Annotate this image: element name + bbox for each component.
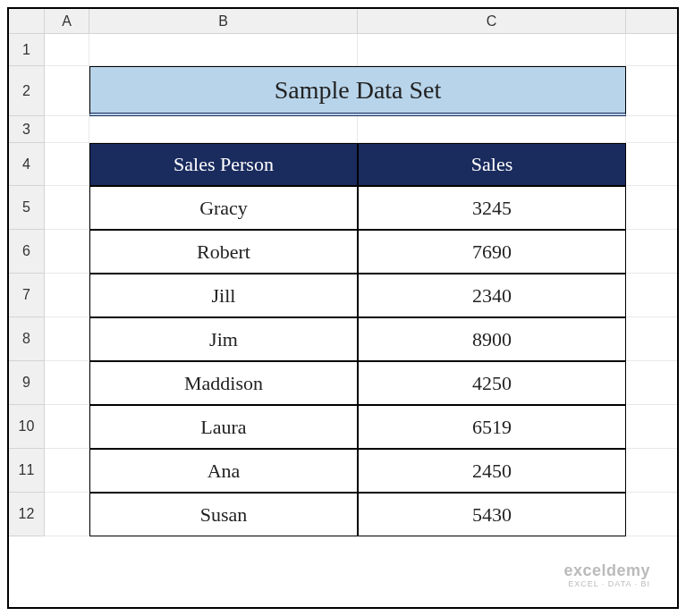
row-header-7[interactable]: 7 [9,274,45,317]
watermark: exceldemy EXCEL · DATA · BI [563,562,650,589]
cell-A6[interactable] [45,230,89,274]
cell-D11[interactable] [626,449,679,493]
table-row[interactable]: 5430 [358,493,626,536]
spreadsheet-grid: A B C 1 2 Sample Data Set 3 4 Sales Pers… [9,9,677,536]
cell-D4[interactable] [626,143,679,186]
table-row[interactable]: Jill [89,274,358,317]
table-row[interactable]: 2450 [358,449,626,493]
table-row[interactable]: Jim [89,317,358,361]
cell-A3[interactable] [45,116,89,143]
cell-B1[interactable] [89,34,358,66]
table-row[interactable]: 6519 [358,405,626,449]
table-row[interactable]: 8900 [358,317,626,361]
table-row[interactable]: Ana [89,449,358,493]
col-header-blank[interactable] [626,9,679,34]
cell-A1[interactable] [45,34,89,66]
cell-D1[interactable] [626,34,679,66]
select-all-corner[interactable] [9,9,45,34]
table-row[interactable]: Susan [89,493,358,536]
cell-D3[interactable] [626,116,679,143]
col-header-A[interactable]: A [45,9,89,34]
col-header-B[interactable]: B [89,9,358,34]
cell-A7[interactable] [45,274,89,317]
col-header-C[interactable]: C [358,9,626,34]
row-header-11[interactable]: 11 [9,449,45,493]
cell-A5[interactable] [45,186,89,230]
cell-D10[interactable] [626,405,679,449]
cell-A2[interactable] [45,66,89,116]
table-row[interactable]: Robert [89,230,358,274]
cell-D7[interactable] [626,274,679,317]
cell-A9[interactable] [45,361,89,405]
cell-D12[interactable] [626,493,679,536]
row-header-9[interactable]: 9 [9,361,45,405]
watermark-text: exceldemy [563,562,650,580]
row-header-2[interactable]: 2 [9,66,45,116]
row-header-6[interactable]: 6 [9,230,45,274]
cell-D2[interactable] [626,66,679,116]
cell-A4[interactable] [45,143,89,186]
table-row[interactable]: Gracy [89,186,358,230]
table-row[interactable]: Maddison [89,361,358,405]
cell-C3[interactable] [358,116,626,143]
cell-A8[interactable] [45,317,89,361]
cell-C1[interactable] [358,34,626,66]
header-sales[interactable]: Sales [358,143,626,186]
cell-B3[interactable] [89,116,358,143]
table-row[interactable]: 7690 [358,230,626,274]
table-row[interactable]: 2340 [358,274,626,317]
row-header-4[interactable]: 4 [9,143,45,186]
cell-A10[interactable] [45,405,89,449]
header-sales-person[interactable]: Sales Person [89,143,358,186]
row-header-3[interactable]: 3 [9,116,45,143]
cell-D5[interactable] [626,186,679,230]
watermark-subtext: EXCEL · DATA · BI [563,580,650,589]
spreadsheet-frame: A B C 1 2 Sample Data Set 3 4 Sales Pers… [7,7,679,609]
row-header-1[interactable]: 1 [9,34,45,66]
cell-A11[interactable] [45,449,89,493]
row-header-10[interactable]: 10 [9,405,45,449]
cell-D8[interactable] [626,317,679,361]
table-row[interactable]: 4250 [358,361,626,405]
title-cell[interactable]: Sample Data Set [89,66,626,116]
cell-D9[interactable] [626,361,679,405]
row-header-12[interactable]: 12 [9,493,45,536]
row-header-5[interactable]: 5 [9,186,45,230]
cell-D6[interactable] [626,230,679,274]
row-header-8[interactable]: 8 [9,317,45,361]
cell-A12[interactable] [45,493,89,536]
table-row[interactable]: 3245 [358,186,626,230]
table-row[interactable]: Laura [89,405,358,449]
